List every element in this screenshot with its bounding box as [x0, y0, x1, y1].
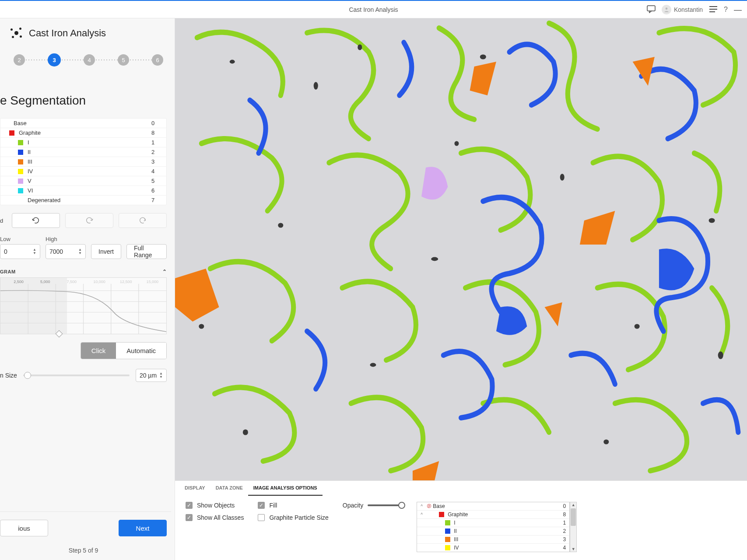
- class-number: 7: [151, 197, 162, 203]
- swatch-icon: [18, 159, 23, 164]
- class-number: 0: [151, 120, 162, 126]
- swatch-icon: [18, 140, 23, 145]
- bottom-tabs: DISPLAY DATA ZONE IMAGE ANALYSIS OPTIONS: [175, 481, 747, 496]
- class-label: III: [28, 158, 151, 165]
- sidebar-header: Cast Iron Analysis: [0, 18, 171, 46]
- check-graphite-particle-size[interactable]: Graphite Particle Size: [258, 514, 328, 521]
- tree-row[interactable]: I1: [417, 519, 569, 527]
- swatch-icon: [445, 537, 450, 542]
- class-number: 4: [151, 168, 162, 175]
- svg-point-25: [718, 351, 723, 359]
- sidebar: Cast Iron Analysis 2 3 4 5 6 e Segmentat…: [0, 18, 175, 560]
- class-row[interactable]: II2: [0, 147, 166, 157]
- target-icon: ⦿: [427, 504, 433, 509]
- tree-number: 8: [557, 511, 566, 518]
- help-icon[interactable]: ?: [724, 6, 728, 14]
- step-5[interactable]: 5: [118, 54, 129, 66]
- check-fill[interactable]: ✓Fill: [258, 502, 328, 509]
- class-number: 3: [151, 158, 162, 165]
- min-size-value[interactable]: 20 µm▲▼: [136, 369, 167, 382]
- minimize-icon[interactable]: —: [734, 5, 742, 14]
- mini-tree-scrollbar[interactable]: ▲ ▼: [570, 502, 577, 552]
- class-table[interactable]: Base0Graphite8I1II2III3IV4V5VI6Degenerat…: [0, 118, 167, 205]
- previous-button[interactable]: ious: [0, 520, 48, 536]
- class-row[interactable]: Base0: [0, 119, 166, 128]
- mode-click-button[interactable]: Click: [81, 343, 116, 359]
- step-6[interactable]: 6: [152, 54, 163, 66]
- svg-point-26: [603, 440, 609, 444]
- app-icon: [11, 27, 23, 39]
- redo-button[interactable]: [65, 213, 113, 228]
- user-menu[interactable]: Konstantin: [662, 5, 703, 14]
- class-row[interactable]: Degenerated7: [0, 196, 166, 205]
- step-2[interactable]: 2: [14, 54, 25, 66]
- class-label: Graphite: [19, 130, 151, 136]
- svg-point-20: [560, 174, 565, 180]
- tree-row[interactable]: II2: [417, 527, 569, 536]
- tree-row[interactable]: ^⦿Base0: [417, 502, 569, 511]
- opacity-slider[interactable]: Opacity: [343, 502, 403, 509]
- svg-point-18: [278, 223, 283, 228]
- class-label: I: [28, 139, 151, 146]
- tree-row[interactable]: III3: [417, 536, 569, 544]
- tree-number: 4: [557, 545, 566, 551]
- threshold-buttons: d: [0, 213, 167, 228]
- tree-row[interactable]: IV4: [417, 544, 569, 552]
- svg-point-28: [358, 44, 362, 50]
- menu-icon[interactable]: [709, 6, 718, 14]
- svg-point-15: [230, 60, 235, 64]
- full-range-button[interactable]: Full Range: [126, 244, 167, 259]
- svg-point-22: [370, 363, 376, 367]
- opacity-label: Opacity: [343, 502, 363, 509]
- step-4[interactable]: 4: [84, 54, 95, 66]
- window-title: Cast Iron Analysis: [349, 6, 398, 13]
- low-input[interactable]: 0▲▼: [0, 244, 40, 259]
- microscopy-image[interactable]: [175, 18, 747, 480]
- swatch-icon: [18, 150, 23, 155]
- content-area: DISPLAY DATA ZONE IMAGE ANALYSIS OPTIONS…: [175, 18, 747, 560]
- high-label: High: [46, 236, 86, 242]
- class-row[interactable]: I1: [0, 138, 166, 147]
- class-row[interactable]: Graphite8: [0, 128, 166, 138]
- min-size-label: n Size: [0, 372, 17, 379]
- swatch-icon: [18, 178, 23, 184]
- caret-icon: ^: [421, 504, 427, 509]
- threshold-label: d: [0, 213, 7, 228]
- class-label: V: [28, 178, 151, 184]
- swatch-icon: [445, 545, 450, 550]
- class-row[interactable]: VI6: [0, 186, 166, 196]
- caret-icon: ^: [421, 512, 427, 517]
- swatch-icon: [9, 130, 14, 136]
- class-row[interactable]: IV4: [0, 167, 166, 176]
- tab-image-analysis-options[interactable]: IMAGE ANALYSIS OPTIONS: [248, 481, 323, 496]
- invert-button[interactable]: Invert: [91, 244, 121, 259]
- comment-icon[interactable]: [647, 5, 656, 14]
- tab-data-zone[interactable]: DATA ZONE: [210, 481, 248, 496]
- class-number: 5: [151, 178, 162, 184]
- min-size-slider[interactable]: [23, 374, 130, 376]
- mode-automatic-button[interactable]: Automatic: [116, 343, 166, 359]
- undo-button[interactable]: [12, 213, 60, 228]
- histogram[interactable]: 2,500 5,000 7,500 10,000 12,500 15,000: [0, 277, 167, 334]
- redo-forward-button[interactable]: [119, 213, 167, 228]
- tab-display[interactable]: DISPLAY: [179, 481, 210, 496]
- svg-point-23: [243, 429, 248, 435]
- tree-number: 2: [557, 528, 566, 534]
- tree-number: 1: [557, 520, 566, 526]
- swatch-icon: [445, 528, 450, 534]
- svg-point-17: [480, 55, 486, 60]
- svg-point-29: [199, 324, 204, 329]
- class-number: 1: [151, 139, 162, 146]
- histogram-collapse-icon[interactable]: ⌃: [162, 269, 167, 275]
- mini-tree[interactable]: ^⦿Base0^Graphite8I1II2III3IV4: [417, 502, 570, 552]
- check-show-objects[interactable]: ✓Show Objects: [186, 502, 244, 509]
- section-title: e Segmentation: [0, 74, 171, 118]
- step-3[interactable]: 3: [48, 53, 61, 66]
- class-row[interactable]: III3: [0, 157, 166, 167]
- tree-row[interactable]: ^Graphite8: [417, 511, 569, 519]
- class-row[interactable]: V5: [0, 176, 166, 186]
- next-button[interactable]: Next: [119, 520, 167, 536]
- high-input[interactable]: 7000▲▼: [46, 244, 86, 259]
- tree-label: IV: [454, 545, 557, 551]
- check-show-all-classes[interactable]: ✓Show All Classes: [186, 514, 244, 521]
